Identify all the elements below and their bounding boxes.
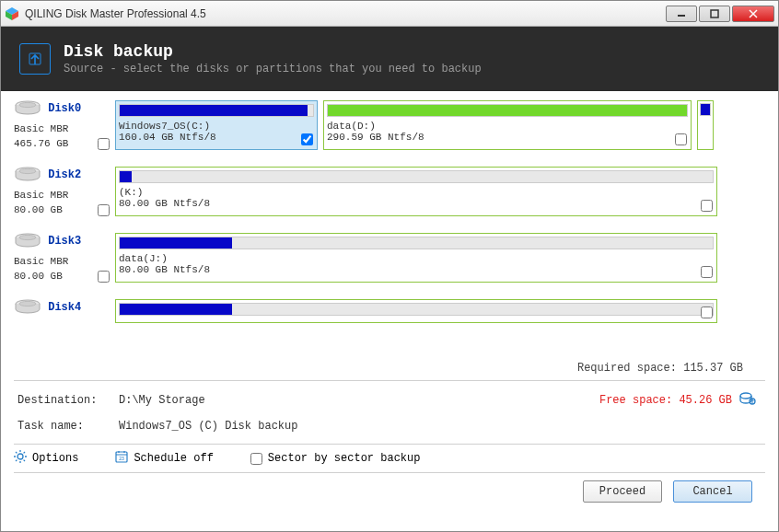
destination-label: Destination: [17,394,119,407]
partition-size: 80.00 GB Ntfs/8 [119,198,714,209]
usage-bar [119,237,714,249]
partition[interactable]: data(J:)80.00 GB Ntfs/8 [115,233,717,283]
disk-name: Disk3 [48,235,81,248]
partition-checkbox[interactable] [701,200,713,212]
disk-type: Basic MBR [14,255,110,268]
svg-point-13 [19,235,36,239]
sector-label: Sector by sector backup [268,452,421,465]
svg-point-16 [740,393,751,399]
sector-checkbox[interactable] [250,453,262,465]
disk-checkbox[interactable] [98,271,110,283]
proceed-button[interactable]: Proceed [583,480,662,503]
disk-checkbox[interactable] [98,138,110,150]
taskname-label: Task name: [17,420,119,433]
cancel-button[interactable]: Cancel [673,480,752,503]
partition[interactable]: data(D:)290.59 GB Ntfs/8 [323,100,692,150]
partition[interactable] [115,299,717,323]
partition[interactable]: (K:)80.00 GB Ntfs/8 [115,167,717,216]
partition[interactable] [697,100,714,150]
disk-type: Basic MBR [14,122,110,135]
schedule-label: Schedule off [134,452,213,465]
calendar-icon: 23 [115,450,128,467]
free-space: Free space: 45.26 GB [599,394,732,407]
page-subtitle: Source - select the disks or partitions … [64,63,482,75]
usage-bar [327,104,688,117]
usage-bar [700,103,711,116]
svg-point-15 [19,301,36,306]
drive-icon [14,233,41,253]
partition-checkbox[interactable] [701,306,713,318]
disk-name: Disk2 [48,168,81,181]
disk-area: Disk0Basic MBR465.76 GBWindows7_OS(C:)16… [14,100,765,358]
maximize-button[interactable] [699,6,730,22]
disk-info: Disk3Basic MBR80.00 GB [14,233,110,283]
titlebar: QILING Disk Master Professional 4.5 [1,1,778,27]
destination-value[interactable]: D:\My Storage [119,394,599,407]
partition-checkbox[interactable] [675,133,687,145]
disk-block: Disk3Basic MBR80.00 GBdata(J:)80.00 GB N… [14,233,765,283]
partition-checkbox[interactable] [301,133,313,145]
disk-checkbox[interactable] [98,204,110,216]
disk-size: 465.76 GB [14,137,68,150]
svg-line-25 [16,460,17,461]
page-header: Disk backup Source - select the disks or… [1,27,778,91]
required-label: Required space: [577,362,677,375]
gear-icon [14,450,27,467]
partition-label: data(D:) [327,121,688,132]
usage-bar [119,104,314,117]
close-button[interactable] [732,6,774,22]
window-buttons [666,6,774,22]
disk-size: 80.00 GB [14,270,63,283]
partition-label: (K:) [119,187,714,198]
disk-block: Disk2Basic MBR80.00 GB(K:)80.00 GB Ntfs/… [14,167,765,216]
svg-line-26 [24,452,25,453]
taskname-row: Task name: Windows7_OS (C) Disk backup [17,414,762,438]
disk-type: Basic MBR [14,189,110,202]
usage-bar [119,170,714,183]
options-label: Options [32,452,78,465]
drive-icon [14,299,41,319]
window-title: QILING Disk Master Professional 4.5 [25,7,666,20]
partition-checkbox[interactable] [701,266,713,278]
usage-bar [119,303,714,316]
page-title: Disk backup [64,42,482,61]
disk-info: Disk2Basic MBR80.00 GB [14,167,110,216]
minimize-button[interactable] [666,6,697,22]
disk-block: Disk0Basic MBR465.76 GBWindows7_OS(C:)16… [14,100,765,150]
backup-icon [19,43,51,75]
drive-icon [14,100,41,121]
svg-line-24 [24,460,25,461]
drive-icon [14,167,41,187]
partition-size: 160.04 GB Ntfs/8 [119,132,314,143]
sector-checkbox-row[interactable]: Sector by sector backup [250,452,421,465]
disk-info: Disk0Basic MBR465.76 GB [14,100,110,150]
svg-line-23 [16,452,17,453]
schedule-link[interactable]: 23 Schedule off [115,450,213,467]
disk-name: Disk4 [48,301,81,314]
disk-block: Disk4 [14,299,765,323]
taskname-value[interactable]: Windows7_OS (C) Disk backup [119,420,762,433]
required-space: Required space: 115.37 GB [14,358,765,380]
svg-text:23: 23 [120,456,125,461]
disk-list[interactable]: Disk0Basic MBR465.76 GBWindows7_OS(C:)16… [14,100,765,358]
disk-size: 80.00 GB [14,203,63,216]
svg-point-11 [19,168,36,173]
required-value: 115.37 GB [683,362,743,375]
partition-label: data(J:) [119,253,714,264]
partition-size: 80.00 GB Ntfs/8 [119,264,714,275]
disk-name: Disk0 [48,102,81,115]
destination-row: Destination: D:\My Storage Free space: 4… [17,387,762,414]
options-link[interactable]: Options [14,450,78,467]
svg-rect-4 [711,10,718,17]
partition-label: Windows7_OS(C:) [119,121,314,132]
partition[interactable]: Windows7_OS(C:)160.04 GB Ntfs/8 [115,100,318,150]
disk-info: Disk4 [14,299,110,323]
svg-point-18 [17,454,23,459]
app-icon [5,6,19,21]
svg-point-9 [19,102,36,107]
browse-storage-icon[interactable] [739,392,756,409]
partition-size: 290.59 GB Ntfs/8 [327,132,688,143]
